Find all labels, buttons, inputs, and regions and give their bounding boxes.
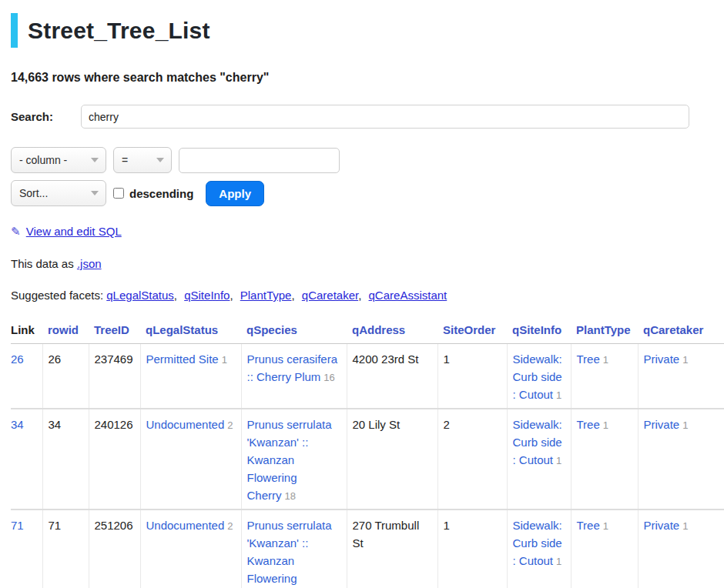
descending-label: descending <box>129 187 193 200</box>
view-edit-sql-link[interactable]: View and edit SQL <box>26 225 122 238</box>
search-form: Search: <box>11 105 724 129</box>
cell-qlegalstatus-link[interactable]: Undocumented <box>146 519 225 532</box>
facet-link-qlegalstatus[interactable]: qLegalStatus <box>106 289 174 302</box>
column-select[interactable]: - column - <box>11 147 106 173</box>
cell-rowid: 34 <box>42 409 89 509</box>
cell-qlegalstatus-link[interactable]: Undocumented <box>146 418 225 431</box>
facet-count: 1 <box>603 419 608 431</box>
cell-qcaretaker-link[interactable]: Private <box>644 352 680 366</box>
column-select-wrap: - column - <box>11 147 106 173</box>
descending-checkbox[interactable] <box>113 188 124 199</box>
col-header-planttype[interactable]: PlantType <box>576 323 631 336</box>
sort-row: Sort... descending Apply <box>11 180 724 206</box>
apply-button[interactable]: Apply <box>206 181 264 206</box>
cell-qspecies-link[interactable]: Prunus serrulata 'Kwanzan' :: Kwanzan Fl… <box>247 418 332 502</box>
cell-qaddress: 270 Trumbull St <box>347 509 437 588</box>
col-header-qspecies[interactable]: qSpecies <box>246 323 297 336</box>
json-link[interactable]: .json <box>77 257 102 270</box>
header-row: Link rowid TreeID qLegalStatus qSpecies … <box>11 320 724 344</box>
results-table: Link rowid TreeID qLegalStatus qSpecies … <box>11 320 724 588</box>
facet-count: 2 <box>227 520 233 532</box>
cell-qsiteinfo-link[interactable]: Sidewalk: Curb side : Cutout <box>513 352 562 401</box>
cell-qsiteinfo-link[interactable]: Sidewalk: Curb side : Cutout <box>513 519 562 567</box>
cell-qaddress: 20 Lily St <box>347 409 437 509</box>
facet-count: 1 <box>682 419 688 431</box>
cell-siteorder: 2 <box>437 409 507 509</box>
filter-row: - column - = <box>11 147 724 173</box>
col-header-link: Link <box>11 320 42 344</box>
facet-count: 16 <box>323 372 334 383</box>
page-header: Street_Tree_List <box>11 13 724 48</box>
filter-value-input[interactable] <box>179 148 340 173</box>
operator-select-wrap: = <box>113 147 172 173</box>
cell-treeid: 240126 <box>89 409 140 509</box>
json-line: This data as .json <box>11 257 724 270</box>
accent-bar <box>11 13 18 48</box>
facet-count: 1 <box>682 520 688 532</box>
facet-count: 2 <box>227 419 233 431</box>
cell-qspecies-link[interactable]: Prunus serrulata 'Kwanzan' :: Kwanzan Fl… <box>247 519 332 588</box>
cell-treeid: 237469 <box>89 344 140 409</box>
sql-line: ✎ View and edit SQL <box>11 225 724 239</box>
facets-label: Suggested facets: <box>11 289 103 302</box>
table-row: 71 71 251206 Undocumented2 Prunus serrul… <box>11 509 724 588</box>
table-row: 34 34 240126 Undocumented2 Prunus serrul… <box>11 409 724 509</box>
facet-separator: , <box>358 289 361 302</box>
facet-separator: , <box>291 289 294 302</box>
search-label: Search: <box>11 110 81 123</box>
col-header-qlegalstatus[interactable]: qLegalStatus <box>146 323 218 336</box>
facet-count: 1 <box>556 556 561 567</box>
facet-count: 1 <box>222 354 227 366</box>
row-count-summary: 14,663 rows where search matches "cherry… <box>11 71 724 85</box>
row-link[interactable]: 71 <box>11 519 24 532</box>
facet-link-planttype[interactable]: PlantType <box>240 289 292 302</box>
facet-separator: , <box>174 289 177 302</box>
facet-link-qcaretaker[interactable]: qCaretaker <box>302 289 358 302</box>
cell-treeid: 251206 <box>89 509 140 588</box>
col-header-rowid[interactable]: rowid <box>48 323 79 336</box>
facet-count: 18 <box>285 490 296 502</box>
cell-qlegalstatus-link[interactable]: Permitted Site <box>146 352 219 366</box>
cell-rowid: 71 <box>42 509 89 588</box>
facet-link-qcareassistant[interactable]: qCareAssistant <box>369 289 447 302</box>
descending-option: descending <box>113 187 193 200</box>
pencil-icon: ✎ <box>11 225 21 238</box>
col-header-qaddress[interactable]: qAddress <box>352 323 405 336</box>
facet-count: 1 <box>603 520 608 532</box>
page-title: Street_Tree_List <box>28 18 210 44</box>
facets-line: Suggested facets: qLegalStatus, qSiteInf… <box>11 289 724 302</box>
col-header-treeid[interactable]: TreeID <box>94 323 129 336</box>
cell-planttype-link[interactable]: Tree <box>577 519 600 532</box>
cell-qsiteinfo-link[interactable]: Sidewalk: Curb side : Cutout <box>513 418 562 466</box>
table-row: 26 26 237469 Permitted Site1 Prunus cera… <box>11 344 724 409</box>
operator-select[interactable]: = <box>113 147 172 173</box>
cell-siteorder: 1 <box>437 509 507 588</box>
cell-planttype-link[interactable]: Tree <box>577 352 600 366</box>
facet-count: 1 <box>556 455 561 466</box>
cell-qcaretaker-link[interactable]: Private <box>644 519 680 532</box>
col-header-siteorder[interactable]: SiteOrder <box>443 323 495 336</box>
row-link[interactable]: 34 <box>11 418 24 431</box>
facet-count: 1 <box>603 354 608 366</box>
page: Street_Tree_List 14,663 rows where searc… <box>0 0 724 588</box>
facet-separator: , <box>230 289 233 302</box>
col-header-qcaretaker[interactable]: qCaretaker <box>643 323 703 336</box>
col-header-qsiteinfo[interactable]: qSiteInfo <box>512 323 561 336</box>
cell-planttype-link[interactable]: Tree <box>577 418 600 431</box>
cell-qcaretaker-link[interactable]: Private <box>644 418 680 431</box>
sort-select-wrap: Sort... <box>11 180 106 206</box>
cell-rowid: 26 <box>42 344 89 409</box>
facet-count: 1 <box>682 354 688 366</box>
row-link[interactable]: 26 <box>11 352 24 366</box>
search-input[interactable] <box>81 105 689 129</box>
sort-select[interactable]: Sort... <box>11 180 106 206</box>
cell-siteorder: 1 <box>437 344 507 409</box>
facet-link-qsiteinfo[interactable]: qSiteInfo <box>184 289 230 302</box>
data-as-label: This data as <box>11 257 74 270</box>
facet-count: 1 <box>556 389 561 401</box>
cell-qaddress: 4200 23rd St <box>347 344 437 409</box>
